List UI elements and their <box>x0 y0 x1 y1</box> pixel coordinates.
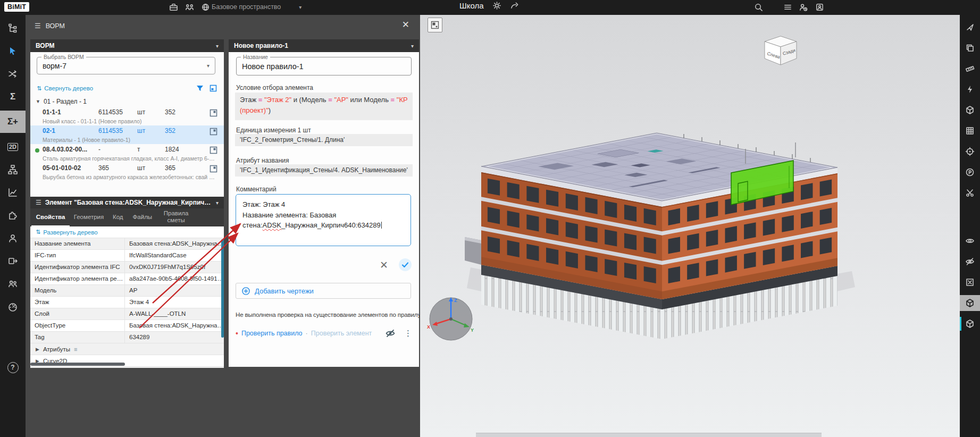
topbar-right <box>754 3 824 12</box>
panel-strip-title: ☰ ВОРМ <box>35 22 65 30</box>
target-icon[interactable] <box>960 144 980 159</box>
axis-gizmo[interactable]: Z X Y <box>427 297 474 340</box>
element-panel-title: Элемент "Базовая стена:ADSK_Наружная_Кир… <box>45 199 212 206</box>
vorm-panel-header[interactable]: ВОРМ ▾ <box>30 39 224 52</box>
chevron-down-icon: ▾ <box>411 43 414 49</box>
gauge-icon[interactable] <box>0 298 26 316</box>
user-badge-icon[interactable] <box>815 3 824 12</box>
eye-icon[interactable] <box>960 233 980 249</box>
team-icon[interactable] <box>185 3 194 12</box>
chevron-down-icon: ▾ <box>299 4 301 10</box>
box-x-icon[interactable] <box>960 274 980 290</box>
navigate-icon[interactable] <box>960 19 980 35</box>
element-tab[interactable]: Файлы <box>128 208 157 226</box>
cancel-icon[interactable]: ✕ <box>380 260 388 270</box>
menu-burger-icon[interactable]: ☰ <box>35 22 41 30</box>
eye-off-icon[interactable] <box>385 329 396 338</box>
globe-icon[interactable] <box>201 3 210 12</box>
element-tab[interactable]: Правила сметы <box>157 208 195 226</box>
view-2d-icon[interactable]: 2D <box>0 138 26 156</box>
horizontal-scrollbar[interactable] <box>30 363 125 366</box>
property-value: A-WALL-____-OTLN <box>125 308 224 320</box>
focus-region-button[interactable] <box>428 18 442 32</box>
vorm-tree-row[interactable]: 01-1-1 6114535 шт 352 Новый класс - 01-1… <box>30 107 224 125</box>
rule-name-label: Название <box>241 54 270 60</box>
show-in-model-icon[interactable] <box>210 165 217 173</box>
collapse-tree-link[interactable]: ⇅ Свернуть дерево <box>37 85 93 92</box>
space-selector[interactable]: Базовое пространство ▾ <box>212 3 301 11</box>
element-tab[interactable]: Код <box>108 208 128 226</box>
name-attribute-box[interactable]: 'IFC_1_Идентификация_Стены/4. ADSK_Наиме… <box>235 164 413 177</box>
hierarchy-icon[interactable] <box>0 161 26 179</box>
element-tab[interactable]: Геометрия <box>70 208 108 226</box>
add-drawings-button[interactable]: Добавить чертежи <box>236 283 411 299</box>
tree-group-row[interactable]: ▼ 01 - Раздел - 1 <box>36 98 87 105</box>
rule-panel-header[interactable]: Новое правило-1 ▾ <box>229 39 419 52</box>
condition-box[interactable]: Этаж = "Этаж 2" и (Модель = "АР" или Мод… <box>235 93 413 120</box>
confirm-button[interactable] <box>399 258 412 271</box>
comment-label: Комментарий <box>236 186 277 193</box>
sum-icon[interactable]: Σ <box>0 88 26 106</box>
select-cursor-icon[interactable] <box>0 42 26 60</box>
menu-list-icon[interactable] <box>783 3 792 12</box>
expand-arrows-icon: ⇅ <box>36 229 40 236</box>
search-icon[interactable] <box>754 3 763 12</box>
vorm-panel-body: Выбрать ВОРМ ворм-7 ▾ ⇅ Свернуть дерево … <box>30 52 224 197</box>
app-logo[interactable]: BiMiT <box>4 2 29 12</box>
cube-section-icon[interactable] <box>960 102 980 118</box>
chevron-down-icon: ▾ <box>207 63 210 69</box>
connections-icon[interactable] <box>0 65 26 83</box>
scissors-icon[interactable] <box>960 185 980 201</box>
vorm-tree-row[interactable]: 05-01-010-02 365 шт 365 Вырубка бетона и… <box>30 163 224 181</box>
ruler-icon <box>965 64 975 73</box>
eye-off-icon[interactable] <box>960 254 980 270</box>
circle-p-icon[interactable] <box>960 164 980 180</box>
tree-structure-icon[interactable] <box>0 19 26 37</box>
show-in-model-icon[interactable] <box>210 146 217 154</box>
expandable-row[interactable]: ▶ IFC... ≡ <box>30 367 224 368</box>
frame-select-icon[interactable] <box>209 84 217 93</box>
expandable-row[interactable]: ▶ Атрибуты ≡ <box>30 343 224 355</box>
users-icon[interactable] <box>0 275 26 293</box>
axis-z-label: Z <box>454 298 457 303</box>
user-icon[interactable] <box>0 229 26 247</box>
viewport-bottom-scrollbar[interactable] <box>476 433 822 437</box>
unsaved-dot: • <box>236 330 238 337</box>
export-icon[interactable] <box>0 252 26 270</box>
view-cube[interactable]: Слева Сзади <box>765 36 797 65</box>
property-value: a8a247ae-90b5-4608-9f50-14912... <box>125 273 224 284</box>
check-rule-link[interactable]: Проверить правило <box>241 330 303 337</box>
ruler-icon[interactable] <box>960 61 980 77</box>
check-element-link[interactable]: Проверить элемент <box>311 330 372 337</box>
row-description: Новый класс - 01-1-1 (Новое правило) <box>43 118 217 124</box>
copy-icon[interactable] <box>960 40 980 56</box>
show-in-model-icon[interactable] <box>210 128 217 136</box>
flash-icon[interactable] <box>960 81 980 97</box>
filter-funnel-icon[interactable] <box>196 85 204 93</box>
cube-teal-icon[interactable] <box>960 316 980 332</box>
chart-icon[interactable] <box>0 183 26 201</box>
share-icon[interactable] <box>510 1 519 10</box>
user-clock-icon[interactable] <box>799 3 808 12</box>
vorm-tree-row[interactable]: 02-1 6114535 шт 352 Материалы - 1 (Новое… <box>30 125 224 144</box>
kebab-menu-icon[interactable]: ⋮ <box>404 330 412 337</box>
unit-value-box[interactable]: 'IFC_2_Геометрия_Стены/1. Длина' <box>235 134 413 146</box>
element-panel-header[interactable]: ☰ Элемент "Базовая стена:ADSK_Наружная_К… <box>30 197 224 208</box>
grid-icon[interactable] <box>960 123 980 139</box>
toolbox-icon[interactable] <box>169 3 178 12</box>
expand-tree-link[interactable]: ⇅ Развернуть дерево <box>36 229 98 236</box>
vorm-tree-row[interactable]: 08.4.03.02-00... - т 1824 Сталь арматурн… <box>30 144 224 163</box>
show-in-model-icon[interactable] <box>210 109 217 117</box>
sum-plus-icon[interactable]: Σ+ <box>0 111 26 133</box>
vorm-select[interactable]: Выбрать ВОРМ ворм-7 ▾ <box>37 57 215 74</box>
viewport-3d[interactable]: Слева Сзади Z X Y <box>420 15 960 437</box>
element-tab[interactable]: Свойства <box>31 208 70 226</box>
puzzle-icon[interactable] <box>0 206 26 224</box>
close-icon[interactable]: ✕ <box>402 20 409 29</box>
comment-confirm-row: ✕ <box>380 258 412 271</box>
vertical-scrollbar[interactable] <box>221 239 224 338</box>
settings-gear-icon[interactable] <box>492 1 501 10</box>
help-icon[interactable]: ? <box>0 359 26 375</box>
paint-cube-icon[interactable] <box>960 295 980 311</box>
comment-textarea[interactable]: Этаж: Этаж 4 Название элемента: Базовая … <box>236 194 411 246</box>
